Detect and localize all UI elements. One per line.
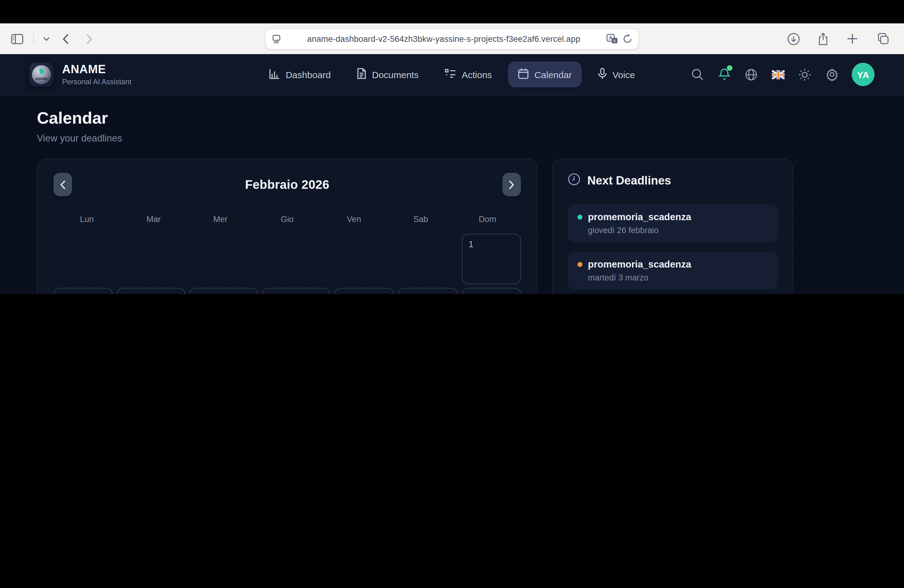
- weekday-label: Ven: [321, 215, 387, 224]
- day-number: 6: [341, 293, 387, 294]
- day-cell-1[interactable]: 1: [461, 234, 521, 284]
- deadlines-title: Next Deadlines: [587, 174, 671, 187]
- calendar-card: Febbraio 2026 LunMarMerGioVenSabDom 123P…: [37, 159, 537, 294]
- day-cell-2[interactable]: 2: [54, 288, 113, 294]
- new-tab-button[interactable]: [844, 30, 861, 47]
- nav-item-label: Dashboard: [286, 69, 331, 80]
- empty-day-slot: [190, 234, 258, 284]
- status-dot: [577, 262, 582, 267]
- toolbar-divider: [33, 33, 34, 45]
- next-deadlines-card: Next Deadlines promemoria_scadenzagioved…: [552, 159, 793, 294]
- gear-icon[interactable]: [825, 67, 839, 82]
- reload-icon[interactable]: [623, 34, 632, 44]
- empty-day-slot: [54, 234, 113, 284]
- forward-button[interactable]: [81, 30, 98, 47]
- deadline-item[interactable]: promemoria_scadenzamartedì 3 marzo: [567, 251, 778, 290]
- nav-item-label: Calendar: [534, 69, 572, 80]
- status-dot: [577, 215, 582, 220]
- share-button[interactable]: [814, 30, 831, 47]
- page-title: Calendar: [37, 109, 867, 128]
- day-cell-8[interactable]: 8: [461, 288, 521, 294]
- uk-flag-icon[interactable]: [771, 70, 785, 79]
- app-viewport: ANAME ANAME Personal AI Assistant Dashbo…: [0, 54, 904, 294]
- weekday-header-row: LunMarMerGioVenSabDom: [54, 215, 521, 224]
- checklist-icon: [444, 68, 456, 81]
- bell-icon[interactable]: [717, 67, 731, 82]
- chevron-down-icon[interactable]: [41, 30, 51, 47]
- nav-item-label: Voice: [613, 69, 635, 80]
- nav-item-voice[interactable]: Voice: [588, 61, 645, 88]
- empty-day-slot: [117, 234, 185, 284]
- header-actions: YA: [690, 63, 874, 86]
- app-name: ANAME: [62, 63, 131, 76]
- weekday-label: Sab: [387, 215, 454, 224]
- address-bar[interactable]: aname-dashboard-v2-564zh3bkw-yassine-s-p…: [265, 28, 639, 49]
- app-header: ANAME ANAME Personal AI Assistant Dashbo…: [0, 54, 904, 95]
- weekday-label: Mar: [120, 215, 187, 224]
- deadline-date: giovedì 26 febbraio: [577, 226, 768, 235]
- url-text[interactable]: aname-dashboard-v2-564zh3bkw-yassine-s-p…: [281, 34, 606, 43]
- notification-badge: [727, 65, 733, 71]
- calendar-grid: 123Passare a ...4Ricordami ...5678910Ric…: [54, 234, 521, 294]
- microphone-icon: [598, 67, 607, 82]
- day-number: 3: [124, 293, 179, 294]
- main-nav: DashboardDocumentsActionsCalendarVoice: [259, 61, 645, 88]
- translate-icon[interactable]: Ax: [606, 34, 618, 44]
- page-content: Calendar View your deadlines Febbraio 20…: [0, 95, 904, 294]
- nav-item-label: Documents: [372, 69, 419, 80]
- day-number: 4: [196, 293, 251, 294]
- nav-item-documents[interactable]: Documents: [347, 62, 428, 87]
- nav-item-dashboard[interactable]: Dashboard: [259, 62, 341, 87]
- calendar-icon: [518, 68, 529, 81]
- day-number: 5: [269, 293, 324, 294]
- next-month-button[interactable]: [503, 173, 521, 196]
- month-title: Febbraio 2026: [245, 177, 329, 191]
- weekday-label: Dom: [454, 215, 521, 224]
- deadline-item[interactable]: promemoria_scadenzagiovedì 26 febbraio: [567, 204, 778, 242]
- brand[interactable]: ANAME ANAME Personal AI Assistant: [30, 62, 214, 87]
- browser-toolbar: aname-dashboard-v2-564zh3bkw-yassine-s-p…: [0, 24, 904, 54]
- nav-item-actions[interactable]: Actions: [435, 62, 501, 87]
- back-button[interactable]: [57, 30, 74, 47]
- day-number: 2: [60, 293, 106, 294]
- globe-icon[interactable]: [744, 67, 759, 82]
- empty-day-slot: [262, 234, 330, 284]
- downloads-button[interactable]: [785, 30, 802, 47]
- empty-day-slot: [335, 234, 394, 284]
- sun-icon[interactable]: [798, 67, 812, 82]
- mac-menubar: [0, 0, 904, 24]
- deadline-date: martedì 3 marzo: [577, 273, 768, 282]
- weekday-label: Mer: [187, 215, 254, 224]
- tab-overview-button[interactable]: [873, 30, 890, 47]
- app-subtitle: Personal AI Assistant: [62, 77, 131, 86]
- user-avatar[interactable]: YA: [852, 63, 874, 86]
- empty-day-slot: [398, 234, 458, 284]
- previous-month-button[interactable]: [54, 173, 72, 196]
- deadline-title: promemoria_scadenza: [588, 212, 691, 223]
- app-logo: ANAME: [30, 62, 54, 87]
- weekday-label: Lun: [54, 215, 120, 224]
- weekday-label: Gio: [254, 215, 321, 224]
- day-number: 7: [405, 293, 451, 294]
- deadline-title: promemoria_scadenza: [588, 259, 691, 270]
- nav-item-label: Actions: [461, 69, 492, 80]
- site-settings-icon[interactable]: [272, 34, 281, 43]
- document-icon: [357, 68, 367, 81]
- bar-chart-icon: [269, 68, 280, 81]
- nav-item-calendar[interactable]: Calendar: [508, 62, 582, 87]
- day-cell-5[interactable]: 5: [262, 288, 330, 294]
- svg-text:x: x: [613, 38, 616, 43]
- day-number: 1: [468, 239, 514, 249]
- sidebar-toggle-button[interactable]: [9, 30, 26, 47]
- day-cell-6[interactable]: 6: [335, 288, 394, 294]
- deadline-list: promemoria_scadenzagiovedì 26 febbraiopr…: [567, 204, 778, 294]
- page-subtitle: View your deadlines: [37, 133, 867, 144]
- screen: aname-dashboard-v2-564zh3bkw-yassine-s-p…: [0, 0, 904, 294]
- day-cell-7[interactable]: 7: [398, 288, 458, 294]
- clock-icon: [567, 173, 580, 188]
- day-cell-3[interactable]: 3Passare a ...: [117, 288, 185, 294]
- day-number: 8: [468, 293, 514, 294]
- search-icon[interactable]: [690, 67, 704, 82]
- day-cell-4[interactable]: 4Ricordami ...: [190, 288, 258, 294]
